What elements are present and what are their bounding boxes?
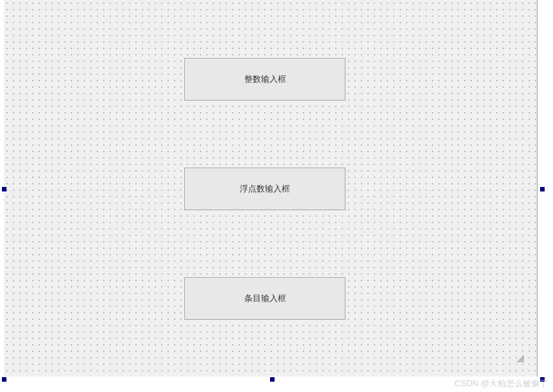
form-designer-canvas[interactable]: 整数输入框 浮点数输入框 条目输入框	[4, 0, 538, 377]
selection-handle-right[interactable]	[540, 187, 545, 191]
integer-input-button[interactable]: 整数输入框	[184, 58, 345, 101]
button-label: 条目输入框	[244, 293, 286, 304]
button-label: 整数输入框	[244, 74, 286, 85]
resize-grip-icon[interactable]	[515, 353, 524, 362]
selection-handle-bottom-left[interactable]	[2, 377, 6, 382]
selection-handle-left[interactable]	[2, 187, 6, 191]
float-input-button[interactable]: 浮点数输入框	[184, 168, 345, 210]
selection-handle-bottom[interactable]	[270, 377, 275, 382]
item-input-button[interactable]: 条目输入框	[184, 277, 345, 320]
watermark-text: CSDN @大柏怎么被偷了	[454, 378, 548, 389]
button-label: 浮点数输入框	[240, 183, 290, 195]
